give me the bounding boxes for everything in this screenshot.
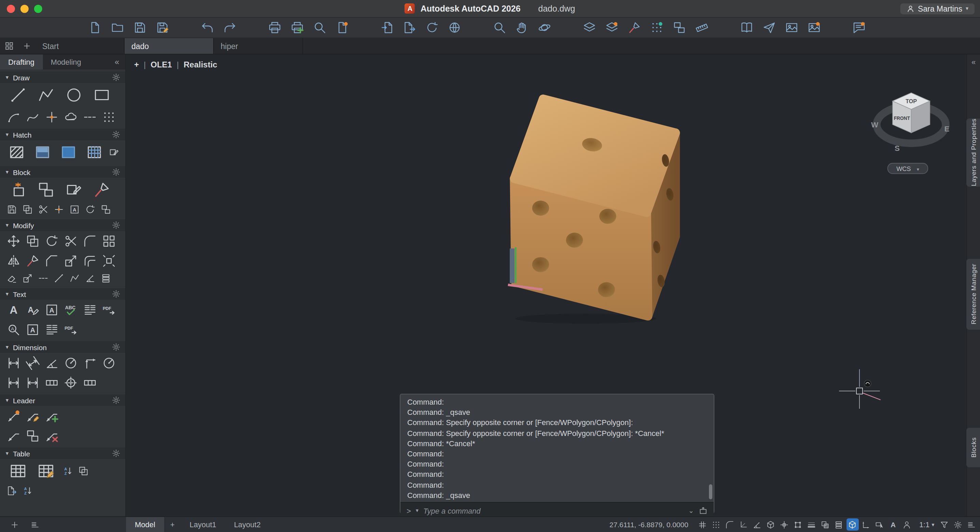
gear-icon[interactable] xyxy=(112,130,121,139)
viewcube-south-label[interactable]: S xyxy=(894,144,900,153)
align-icon[interactable] xyxy=(83,272,97,285)
table-icon[interactable] xyxy=(4,460,31,482)
break-icon[interactable] xyxy=(51,272,66,285)
center-mark-icon[interactable] xyxy=(61,374,80,391)
arc-icon[interactable] xyxy=(4,108,22,125)
edit-hatch-icon[interactable] xyxy=(107,146,121,159)
viewcube-top-face-label[interactable]: TOP xyxy=(905,98,917,104)
gear-icon[interactable] xyxy=(112,396,121,405)
fillet-icon[interactable] xyxy=(80,232,99,249)
import-text-icon[interactable]: PDF xyxy=(99,301,118,318)
viewcube-cube[interactable]: TOP FRONT xyxy=(892,92,930,133)
mtext-icon[interactable]: A xyxy=(4,301,22,318)
selection-cycling-icon[interactable] xyxy=(832,518,845,530)
palette-section-header[interactable]: ▼Dimension xyxy=(0,341,125,353)
object-snap-3d-icon[interactable] xyxy=(846,518,858,530)
palette-section-header[interactable]: ▼Hatch xyxy=(0,129,125,140)
add-palette-icon[interactable] xyxy=(8,518,21,530)
document-tab[interactable]: hiper xyxy=(214,38,303,54)
wcs-dropdown[interactable]: WCS ▾ xyxy=(888,163,928,174)
help-icon[interactable] xyxy=(851,20,866,35)
model-tab[interactable]: Model xyxy=(126,517,164,532)
remove-leader-icon[interactable] xyxy=(42,427,60,444)
tab-overview-icon[interactable] xyxy=(0,38,18,54)
palette-section-header[interactable]: ▼Draw xyxy=(0,72,125,83)
lengthen-icon[interactable] xyxy=(35,272,50,285)
polar-tracking-icon[interactable] xyxy=(751,518,763,530)
layout1-tab[interactable]: Layout1 xyxy=(181,517,225,532)
open-icon[interactable] xyxy=(110,20,125,35)
import-icon[interactable] xyxy=(379,20,394,35)
new-layout-button[interactable]: + xyxy=(164,521,181,529)
command-options-caret[interactable]: ▾ xyxy=(416,508,418,514)
palette-tab-modeling[interactable]: Modeling xyxy=(43,54,89,70)
attach-reference-icon[interactable] xyxy=(20,203,35,216)
customization-icon[interactable] xyxy=(965,518,977,530)
ortho-mode-icon[interactable] xyxy=(737,518,749,530)
palette-section-header[interactable]: ▼Modify xyxy=(0,219,125,231)
rectangle-icon[interactable] xyxy=(88,84,115,105)
spell-check-icon[interactable]: ABC xyxy=(61,301,80,318)
dim-ordinate-icon[interactable] xyxy=(80,354,99,371)
side-tab-layers-and-properties[interactable]: Layers and Properties xyxy=(966,118,980,186)
gear-icon[interactable] xyxy=(112,342,121,352)
sync-attributes-icon[interactable] xyxy=(83,203,97,216)
erase-icon[interactable] xyxy=(4,272,19,285)
plot-preview-icon[interactable] xyxy=(312,20,327,35)
object-snap-icon[interactable] xyxy=(792,518,804,530)
tolerance-icon[interactable] xyxy=(80,374,99,391)
annotation-visibility-icon[interactable]: A xyxy=(887,518,899,530)
dynamic-ucs-icon[interactable] xyxy=(860,518,872,530)
multileader-icon[interactable] xyxy=(4,407,22,424)
dim-break-icon[interactable] xyxy=(42,374,60,391)
construction-line-icon[interactable] xyxy=(80,108,99,125)
join-icon[interactable] xyxy=(67,272,82,285)
undo-icon[interactable] xyxy=(200,20,215,35)
dim-baseline-icon[interactable] xyxy=(4,374,22,391)
viewport-view-control[interactable]: OLE1 xyxy=(151,60,172,70)
define-attribute-icon[interactable]: A xyxy=(67,203,82,216)
panels-collapse-button[interactable]: « xyxy=(967,58,980,66)
edit-text-icon[interactable]: A xyxy=(23,301,41,318)
edit-leader-icon[interactable] xyxy=(23,407,41,424)
command-customize-icon[interactable] xyxy=(699,506,708,515)
palette-section-header[interactable]: ▼Leader xyxy=(0,394,125,406)
viewcube[interactable]: W E S TOP FRONT WCS ▾ xyxy=(870,82,953,178)
export-icon[interactable] xyxy=(402,20,417,35)
batch-plot-icon[interactable] xyxy=(290,20,304,35)
point-cloud-icon[interactable] xyxy=(649,20,664,35)
viewcube-west-label[interactable]: W xyxy=(871,121,878,129)
etransmit-icon[interactable] xyxy=(447,20,462,35)
object-snap-tracking-icon[interactable] xyxy=(778,518,790,530)
dim-angular-icon[interactable] xyxy=(42,354,60,371)
export-text-icon[interactable]: PDF xyxy=(61,321,80,338)
command-collapse-chevron[interactable]: ⌄ xyxy=(688,507,694,514)
palette-tab-drafting[interactable]: Drafting xyxy=(0,54,43,70)
polyline-icon[interactable] xyxy=(32,84,59,105)
table-sort-za-icon[interactable]: AZ xyxy=(20,484,35,497)
edit-table-icon[interactable] xyxy=(32,460,59,482)
justify-text-icon[interactable] xyxy=(42,321,60,338)
offset-icon[interactable] xyxy=(80,252,99,269)
dynamic-input-icon[interactable] xyxy=(873,518,886,530)
transparency-icon[interactable] xyxy=(819,518,831,530)
insert-block-icon[interactable] xyxy=(4,179,31,200)
create-block-icon[interactable] xyxy=(32,179,59,200)
annotation-scale-button[interactable]: 1:1 ▾ xyxy=(916,521,938,529)
dim-linear-icon[interactable] xyxy=(4,354,22,371)
save-icon[interactable] xyxy=(132,20,147,35)
clip-reference-icon[interactable] xyxy=(35,203,50,216)
gear-icon[interactable] xyxy=(112,290,121,298)
palette-section-header[interactable]: ▼Table xyxy=(0,448,125,459)
collect-leaders-icon[interactable] xyxy=(23,427,41,444)
table-sort-az-icon[interactable]: AZ xyxy=(60,465,75,478)
orbit-icon[interactable] xyxy=(537,20,552,35)
group-icon[interactable] xyxy=(671,20,686,35)
gear-icon[interactable] xyxy=(112,73,121,82)
revision-cloud-icon[interactable] xyxy=(61,108,80,125)
dim-continue-icon[interactable] xyxy=(23,374,41,391)
palette-section-header[interactable]: ▼Block xyxy=(0,166,125,178)
gear-icon[interactable] xyxy=(112,221,121,229)
viewport-style-control[interactable]: Realistic xyxy=(183,60,217,70)
table-link-icon[interactable] xyxy=(76,465,91,478)
